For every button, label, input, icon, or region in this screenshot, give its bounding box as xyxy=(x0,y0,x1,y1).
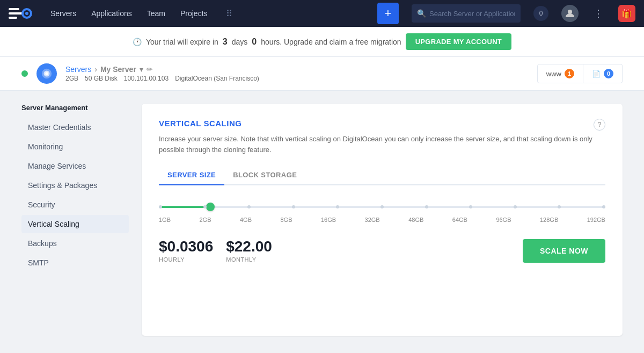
section-title: VERTICAL SCALING xyxy=(159,119,241,128)
server-ram: 2GB xyxy=(65,75,78,82)
slider-label-128gb: 128GB xyxy=(540,217,558,223)
monthly-price: $22.00 xyxy=(226,238,272,255)
slider-dot-2gb xyxy=(203,205,207,208)
slider-dot-128gb xyxy=(558,205,561,208)
trial-text-before: Your trial will expire in xyxy=(146,38,218,46)
slider-label-192gb: 192GB xyxy=(587,217,605,223)
avatar[interactable] xyxy=(561,5,579,22)
server-provider: DigitalOcean (San Francisco) xyxy=(175,75,259,82)
docs-badge[interactable]: 📄 0 xyxy=(583,64,623,83)
slider-label-32gb: 32GB xyxy=(365,217,380,223)
slider-track xyxy=(159,206,605,208)
search-input[interactable] xyxy=(429,10,515,18)
svg-rect-1 xyxy=(9,12,24,15)
hourly-price-block: $0.0306 HOURLY xyxy=(159,238,213,263)
sidebar-item-vertical-scaling[interactable]: Vertical Scaling xyxy=(21,215,129,233)
www-count: 1 xyxy=(565,69,574,78)
add-button[interactable]: + xyxy=(377,3,399,24)
svg-point-9 xyxy=(45,72,48,75)
slider-dot-48gb xyxy=(425,205,428,208)
slider-label-8gb: 8GB xyxy=(280,217,292,223)
svg-point-5 xyxy=(25,12,28,15)
tabs: SERVER SIZE BLOCK STORAGE xyxy=(159,165,605,185)
slider-dot-96gb xyxy=(514,205,517,208)
nav-projects[interactable]: Projects xyxy=(179,7,209,20)
docs-count: 0 xyxy=(604,69,613,78)
hourly-label: HOURLY xyxy=(159,256,213,263)
slider-track-container xyxy=(159,200,605,213)
upgrade-account-button[interactable]: UPGRADE MY ACCOUNT xyxy=(406,33,511,50)
trial-hours-count: 0 xyxy=(252,37,257,47)
slider-dot-8gb xyxy=(292,205,295,208)
logo[interactable] xyxy=(9,6,32,21)
slider-dot-1gb xyxy=(159,205,162,208)
trial-hours-label: hours. Upgrade and claim a free migratio… xyxy=(261,38,401,46)
sidebar-item-master-credentials[interactable]: Master Credentials xyxy=(21,118,129,136)
sidebar-item-backups[interactable]: Backups xyxy=(21,234,129,253)
section-header: VERTICAL SCALING ? xyxy=(159,119,605,131)
edit-server-icon[interactable]: ✏ xyxy=(147,65,153,74)
server-ip: 100.101.00.103 xyxy=(124,75,169,82)
sidebar-item-settings-packages[interactable]: Settings & Packages xyxy=(21,176,129,194)
scale-now-button[interactable]: SCALE NOW xyxy=(523,239,605,263)
docs-icon: 📄 xyxy=(592,70,601,78)
nav-servers[interactable]: Servers xyxy=(49,7,77,20)
www-badge[interactable]: www 1 xyxy=(537,64,583,83)
www-label: www xyxy=(546,70,561,78)
server-icon xyxy=(36,63,57,84)
server-info-bar: Servers › My Server ▾ ✏ 2GB 50 GB Disk 1… xyxy=(0,57,644,91)
more-options-icon[interactable]: ⋮ xyxy=(591,8,605,19)
trial-days-count: 3 xyxy=(223,37,228,47)
nav-team[interactable]: Team xyxy=(146,7,166,20)
slider-label-1gb: 1GB xyxy=(159,217,171,223)
breadcrumb-separator: › xyxy=(94,65,97,74)
hourly-price: $0.0306 xyxy=(159,238,213,255)
content-panel: VERTICAL SCALING ? Increase your server … xyxy=(142,104,623,336)
slider-dot-32gb xyxy=(380,205,384,208)
server-details: Servers › My Server ▾ ✏ 2GB 50 GB Disk 1… xyxy=(65,65,259,82)
server-dropdown-icon[interactable]: ▾ xyxy=(140,65,143,74)
slider-label-48gb: 48GB xyxy=(408,217,423,223)
tab-block-storage[interactable]: BLOCK STORAGE xyxy=(224,165,305,185)
sidebar-item-manage-services[interactable]: Manage Services xyxy=(21,157,129,175)
notification-badge[interactable]: 0 xyxy=(533,6,548,21)
gift-icon[interactable]: 🎁 xyxy=(618,5,635,22)
breadcrumb: Servers › My Server ▾ ✏ xyxy=(65,65,259,74)
monthly-label: MONTHLY xyxy=(226,256,272,263)
slider-label-4gb: 4GB xyxy=(240,217,252,223)
trial-banner: 🕐 Your trial will expire in 3 days 0 hou… xyxy=(0,27,644,57)
server-meta: 2GB 50 GB Disk 100.101.00.103 DigitalOce… xyxy=(65,75,259,82)
trial-days-label: days xyxy=(232,38,248,46)
pricing-section: $0.0306 HOURLY $22.00 MONTHLY SCALE NOW xyxy=(159,238,605,263)
server-info-right: www 1 📄 0 xyxy=(537,64,623,83)
svg-rect-2 xyxy=(9,17,17,19)
monthly-price-block: $22.00 MONTHLY xyxy=(226,238,272,263)
server-disk: 50 GB Disk xyxy=(85,75,118,82)
slider-label-2gb: 2GB xyxy=(199,217,211,223)
pricing-group: $0.0306 HOURLY $22.00 MONTHLY xyxy=(159,238,272,263)
slider-labels: 1GB 2GB 4GB 8GB 16GB 32GB 48GB 64GB 96GB… xyxy=(159,217,605,223)
nav-applications[interactable]: Applications xyxy=(90,7,133,20)
svg-point-6 xyxy=(568,10,572,14)
slider-dot-64gb xyxy=(469,205,472,208)
sidebar-item-monitoring[interactable]: Monitoring xyxy=(21,138,129,156)
breadcrumb-servers-link[interactable]: Servers xyxy=(65,65,91,74)
sidebar: Server Management Master Credentials Mon… xyxy=(21,104,129,336)
help-icon[interactable]: ? xyxy=(594,119,605,131)
slider-label-64gb: 64GB xyxy=(452,217,467,223)
slider-dot-192gb xyxy=(602,205,605,208)
sidebar-item-security[interactable]: Security xyxy=(21,196,129,214)
main-content: Server Management Master Credentials Mon… xyxy=(0,91,644,349)
slider-label-16gb: 16GB xyxy=(321,217,336,223)
sidebar-item-smtp[interactable]: SMTP xyxy=(21,254,129,272)
server-name: My Server xyxy=(100,65,136,74)
search-icon: 🔍 xyxy=(417,9,426,18)
navbar: Servers Applications Team Projects ⠿ + 🔍… xyxy=(0,0,644,27)
clock-icon: 🕐 xyxy=(133,38,142,46)
sidebar-section-title: Server Management xyxy=(21,104,129,112)
slider-dots xyxy=(159,205,605,208)
slider-section: 1GB 2GB 4GB 8GB 16GB 32GB 48GB 64GB 96GB… xyxy=(159,200,605,223)
grid-icon[interactable]: ⠿ xyxy=(226,9,232,19)
tab-server-size[interactable]: SERVER SIZE xyxy=(159,165,224,185)
slider-dot-4gb xyxy=(247,205,251,208)
